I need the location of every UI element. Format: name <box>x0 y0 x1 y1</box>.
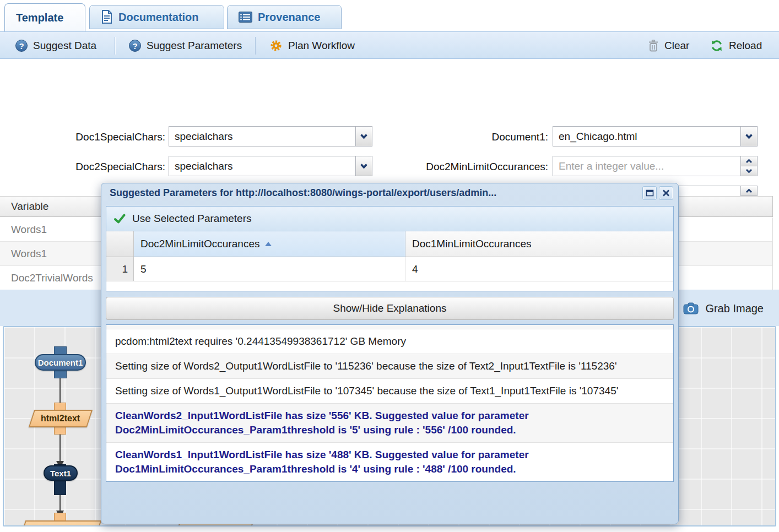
tab-template-label: Template <box>16 12 63 24</box>
list-panel-icon <box>239 12 252 23</box>
field-label: Document1: <box>388 131 548 143</box>
parameters-panel: Use Selected Parameters Doc2MinLimitOccu… <box>106 206 674 291</box>
document-page-icon <box>101 10 113 24</box>
explanation-row-clipped[interactable] <box>106 325 673 329</box>
workflow-node-document1[interactable]: Document1 <box>35 354 86 371</box>
dialog-body: Use Selected Parameters Doc2MinLimitOccu… <box>106 203 674 519</box>
use-selected-label: Use Selected Parameters <box>132 213 252 225</box>
field-label: Doc2SpecialChars: <box>6 161 165 173</box>
parameters-table-row[interactable]: 1 5 4 <box>106 257 673 281</box>
reload-button[interactable]: Reload <box>706 36 766 56</box>
select-value: specialchars <box>169 127 355 146</box>
explanation-row-suggestion[interactable]: CleanWords2_Input1WordListFile has size … <box>106 404 673 443</box>
dialog-title: Suggested Parameters for http://localhos… <box>110 187 640 199</box>
suggest-parameters-label: Suggest Parameters <box>147 40 242 52</box>
chevron-down-icon[interactable] <box>355 156 372 176</box>
doc2specialchars-select[interactable]: specialchars <box>169 156 372 176</box>
workflow-node-text1[interactable]: Text1 <box>44 465 78 481</box>
explanation-row[interactable]: Setting size of Words2_Output1WordListFi… <box>106 354 673 379</box>
explanation-row[interactable]: Setting size of Words1_Output1WordListFi… <box>106 379 673 404</box>
tab-documentation-label: Documentation <box>118 11 199 24</box>
workflow-node-html2text[interactable]: html2text <box>29 410 93 427</box>
suggest-data-button[interactable]: ? Suggest Data <box>11 36 101 56</box>
select-value: specialchars <box>169 156 355 176</box>
question-icon: ? <box>15 40 28 52</box>
trash-icon <box>648 40 659 52</box>
index-column-header <box>106 231 134 257</box>
parameters-table-header: Doc2MinLimitOccurances Doc1MinLimitOccur… <box>106 231 673 257</box>
parameter-form: Doc1SpecialChars: specialchars Doc2Speci… <box>0 59 779 196</box>
camera-icon <box>683 302 699 314</box>
grab-image-button[interactable]: Grab Image <box>683 298 764 319</box>
suggested-parameters-dialog: Suggested Parameters for http://localhos… <box>101 183 679 524</box>
maximize-button[interactable] <box>643 187 656 199</box>
spinner-buttons <box>740 156 757 176</box>
explanation-row-suggestion[interactable]: CleanWords1_Input1WordListFile has size … <box>106 443 673 481</box>
reload-icon <box>710 40 723 52</box>
spinner-down-icon[interactable] <box>741 166 757 176</box>
cell-doc2minlimitoccurances: 5 <box>134 257 405 281</box>
show-hide-explanations-button[interactable]: Show/Hide Explanations <box>106 297 674 320</box>
chevron-down-icon[interactable] <box>740 127 757 146</box>
document1-select[interactable]: en_Chicago.html <box>553 126 758 146</box>
spinner-up-icon[interactable] <box>741 186 757 196</box>
workflow-node-cutoffwords-1[interactable]: getCutoffWords <box>20 520 101 526</box>
field-label: Doc1SpecialChars: <box>6 131 165 143</box>
explanations-list: pcdom:html2text requires '0.244135499383… <box>106 324 674 482</box>
column-header-doc2minlimitoccurances[interactable]: Doc2MinLimitOccurances <box>134 231 405 257</box>
use-selected-parameters-button[interactable]: Use Selected Parameters <box>106 207 673 231</box>
sort-ascending-icon <box>265 242 272 246</box>
clear-button[interactable]: Clear <box>643 36 694 56</box>
field-label: Doc2MinLimitOccurances: <box>388 161 548 173</box>
maximize-icon <box>646 189 654 197</box>
clear-label: Clear <box>664 40 689 52</box>
reload-label: Reload <box>729 40 762 52</box>
gear-icon <box>269 39 283 52</box>
grab-image-label: Grab Image <box>705 302 764 315</box>
spinner-up-icon[interactable] <box>741 156 757 166</box>
row-index: 1 <box>106 257 134 281</box>
doc2minlimitoccurances-spinner <box>553 156 758 176</box>
chevron-down-icon[interactable] <box>355 127 372 146</box>
main-toolbar: ? Suggest Data ? Suggest Parameters Plan… <box>0 31 779 59</box>
workflow-edge <box>59 435 61 461</box>
tab-bar: Template Documentation Provenance <box>0 0 779 31</box>
plan-workflow-label: Plan Workflow <box>288 40 355 52</box>
question-icon: ? <box>129 40 141 52</box>
suggest-data-label: Suggest Data <box>33 40 96 52</box>
explanation-row[interactable]: pcdom:html2text requires '0.244135499383… <box>106 329 673 354</box>
doc1specialchars-select[interactable]: specialchars <box>169 126 372 146</box>
doc2minlimitoccurances-input[interactable] <box>553 156 740 176</box>
table-empty-space <box>106 281 673 291</box>
select-value: en_Chicago.html <box>553 127 740 146</box>
dialog-header[interactable]: Suggested Parameters for http://localhos… <box>101 183 678 203</box>
column-header-doc1minlimitoccurances[interactable]: Doc1MinLimitOccurances <box>405 231 673 257</box>
suggest-parameters-button[interactable]: ? Suggest Parameters <box>125 36 246 56</box>
cell-doc1minlimitoccurances: 4 <box>405 257 673 281</box>
close-button[interactable] <box>659 187 673 199</box>
check-icon <box>114 214 126 224</box>
toolbar-separator <box>255 37 256 55</box>
close-icon <box>662 189 670 197</box>
tab-template[interactable]: Template <box>4 3 85 31</box>
tab-documentation[interactable]: Documentation <box>89 5 224 29</box>
toolbar-separator <box>115 37 115 55</box>
plan-workflow-button[interactable]: Plan Workflow <box>265 36 359 56</box>
tab-provenance[interactable]: Provenance <box>227 5 342 29</box>
workflow-edge <box>59 495 61 511</box>
tab-provenance-label: Provenance <box>258 11 320 24</box>
